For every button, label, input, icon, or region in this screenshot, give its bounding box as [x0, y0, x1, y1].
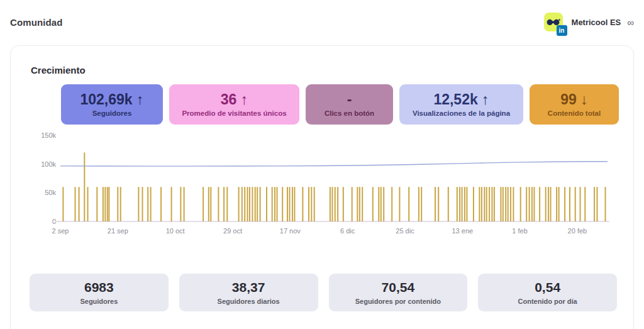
metric-value: 36 ↑: [221, 92, 248, 108]
y-axis-tick: 50k: [45, 189, 56, 196]
summary-label: Seguidores: [80, 298, 118, 305]
summary-metric-card: 6983Seguidores: [30, 274, 169, 311]
account-selector[interactable]: in Metricool ES ∞: [544, 13, 634, 31]
infinity-icon: ∞: [627, 17, 634, 28]
summary-value: 0,54: [535, 280, 560, 294]
x-axis-tick: 21 sep: [108, 227, 128, 235]
x-axis-tick: 20 feb: [568, 227, 587, 235]
metric-label: Promedio de visitantes únicos: [182, 109, 286, 117]
growth-metric-card[interactable]: 12,52k ↑Visualizaciones de la página: [399, 84, 523, 125]
x-axis-tick: 6 dic: [340, 227, 355, 235]
summary-label: Contenido por día: [518, 298, 577, 305]
metric-value: 102,69k ↑: [80, 92, 143, 108]
summary-value: 6983: [84, 280, 114, 294]
metric-value: -: [347, 92, 352, 108]
growth-metrics-row: 102,69k ↑Seguidores36 ↑Promedio de visit…: [61, 84, 633, 125]
metric-value: 99 ↓: [560, 92, 587, 108]
followers-line: [60, 162, 608, 166]
summary-metric-card: 0,54Contenido por día: [478, 274, 617, 311]
growth-metric-card[interactable]: -Clics en botón: [306, 84, 393, 125]
y-axis-tick: 100k: [41, 160, 56, 168]
page-title: Comunidad: [10, 17, 62, 28]
x-axis-tick: 29 oct: [223, 227, 242, 235]
x-axis-tick: 25 dic: [396, 227, 414, 235]
x-axis-tick: 2 sep: [52, 227, 69, 235]
x-axis-tick: 1 feb: [512, 227, 527, 235]
metric-label: Contenido total: [548, 109, 601, 117]
x-axis-tick: 17 nov: [280, 227, 301, 235]
growth-metric-card[interactable]: 99 ↓Contenido total: [530, 84, 619, 125]
metric-value: 12,52k ↑: [433, 92, 489, 108]
account-name: Metricool ES: [572, 18, 621, 27]
summary-label: Seguidores por contenido: [355, 298, 441, 305]
summary-value: 70,54: [382, 280, 415, 294]
summary-metric-card: 70,54Seguidores por contenido: [329, 274, 468, 311]
linkedin-icon: in: [557, 25, 567, 36]
metric-label: Clics en botón: [325, 109, 374, 117]
community-card: Crecimiento 102,69k ↑Seguidores36 ↑Prome…: [10, 45, 634, 329]
metric-label: Visualizaciones de la página: [413, 109, 510, 117]
growth-chart-svg[interactable]: 150k100k50k02 sep21 sep10 oct29 oct17 no…: [27, 129, 614, 237]
growth-metric-card[interactable]: 36 ↑Promedio de visitantes únicos: [169, 84, 299, 125]
growth-metric-card[interactable]: 102,69k ↑Seguidores: [61, 84, 163, 125]
metricool-logo-icon: in: [544, 13, 563, 31]
growth-chart: 150k100k50k02 sep21 sep10 oct29 oct17 no…: [27, 129, 633, 237]
summary-value: 38,37: [232, 280, 265, 294]
y-axis-tick: 150k: [41, 131, 56, 139]
summary-metric-card: 38,37Seguidores diarios: [179, 274, 318, 311]
x-axis-tick: 13 ene: [452, 227, 473, 235]
summary-metrics-row: 6983Seguidores38,37Seguidores diarios70,…: [30, 274, 617, 311]
summary-label: Seguidores diarios: [218, 298, 280, 305]
x-axis-tick: 10 oct: [166, 227, 185, 235]
metric-label: Seguidores: [92, 109, 132, 117]
section-title-growth: Crecimiento: [31, 65, 633, 75]
page-header: Comunidad in Metricool ES ∞: [0, 0, 644, 31]
